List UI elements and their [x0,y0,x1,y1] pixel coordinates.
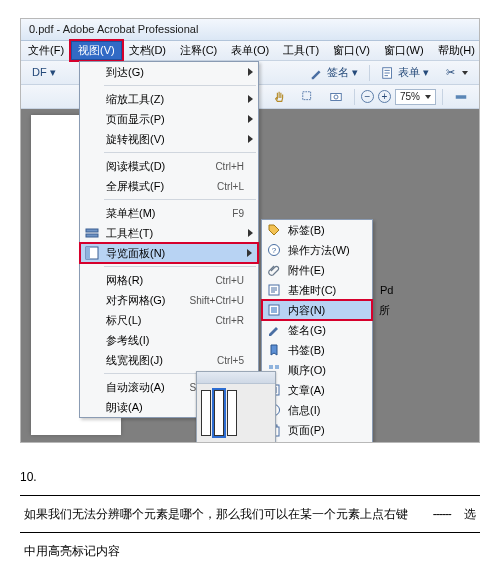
select-icon [301,90,315,104]
pen-icon [266,322,282,338]
window-title: 0.pdf - Adobe Acrobat Professional [29,23,198,35]
submenu-tail-suo: 所 [379,303,390,318]
camera-icon [329,90,343,104]
form-dropdown[interactable]: 表单 ▾ [376,64,434,82]
zoom-value: 75% [400,91,420,102]
menu-fullscreen[interactable]: 全屏模式(F)Ctrl+L [80,176,258,196]
more-icon [454,90,468,104]
form-icon [381,66,395,80]
menu-window1[interactable]: 窗口(V) [326,41,377,60]
svg-rect-14 [269,365,273,369]
svg-rect-5 [86,229,98,232]
menu-document[interactable]: 文档(D) [122,41,173,60]
document-page: 0.pdf - Adobe Acrobat Professional 文件(F)… [20,18,480,563]
scissor-icon: ✂ [443,66,457,80]
screenshot-frame: 0.pdf - Adobe Acrobat Professional 文件(F)… [20,18,480,443]
menu-goto[interactable]: 到达(G) [80,62,258,82]
tool-more[interactable] [449,88,473,106]
submenu-articles[interactable]: 文章(A) [262,380,372,400]
howto-icon: ? [266,242,282,258]
menu-rotate-view[interactable]: 旋转视图(V) [80,129,258,149]
menu-line-weights[interactable]: 线宽视图(J)Ctrl+5 [80,350,258,370]
menu-window2[interactable]: 窗口(W) [377,41,431,60]
menu-tools[interactable]: 工具(T) [276,41,326,60]
zoom-in-button[interactable]: + [378,90,391,103]
hand-icon [273,90,287,104]
submenu-attachments[interactable]: 附件(E) [262,260,372,280]
thumbnails-floating-panel [196,371,276,443]
submenu-signatures[interactable]: 签名(G) [262,320,372,340]
menu-page-display[interactable]: 页面显示(P) [80,109,258,129]
menu-bar: 文件(F) 视图(V) 文档(D) 注释(C) 表单(O) 工具(T) 窗口(V… [21,41,479,61]
svg-rect-13 [271,307,277,313]
step-line1-main: 如果我们无法分辨哪个元素是哪个，那么我们可以在某一个元素上点右键 [24,502,408,526]
menu-zoom-tools[interactable]: 缩放工具(Z) [80,89,258,109]
paperclip-icon [266,262,282,278]
step-number: 10. [20,465,480,489]
menu-menubar[interactable]: 菜单栏(M)F9 [80,203,258,223]
svg-rect-6 [86,234,98,237]
step-line1-tail: 选 [464,507,476,521]
window-titlebar: 0.pdf - Adobe Acrobat Professional [21,19,479,41]
menu-reading-mode[interactable]: 阅读模式(D)Ctrl+H [80,156,258,176]
step-line2: 中用高亮标记内容 [24,544,120,558]
content-icon [266,302,282,318]
select-tool[interactable] [296,88,320,106]
svg-rect-15 [275,365,279,369]
menu-comments[interactable]: 注释(C) [173,41,224,60]
comment-icon [266,442,282,443]
submenu-tail-pd: Pd [380,284,393,296]
hand-tool[interactable] [268,88,292,106]
zoom-out-button[interactable]: − [361,90,374,103]
menu-snap-to-grid[interactable]: 对齐网格(G)Shift+Ctrl+U [80,290,258,310]
menu-view[interactable]: 视图(V) [71,41,122,60]
menu-help[interactable]: 帮助(H) [431,41,480,60]
menu-file[interactable]: 文件(F) [21,41,71,60]
step-block: 10. 如果我们无法分辨哪个元素是哪个，那么我们可以在某一个元素上点右键 ---… [20,465,480,563]
svg-rect-4 [456,95,467,99]
menu-guides[interactable]: 参考线(I) [80,330,258,350]
svg-rect-8 [86,247,90,259]
submenu-pages[interactable]: 页面(P) [262,420,372,440]
submenu-bookmarks[interactable]: 书签(B) [262,340,372,360]
menu-rulers[interactable]: 标尺(L)Ctrl+R [80,310,258,330]
svg-text:?: ? [272,246,277,255]
bookmark-icon [266,342,282,358]
zoom-combo[interactable]: 75% [395,89,436,105]
thumbnail-page-selected[interactable] [214,390,224,436]
submenu-comments[interactable]: 注释(C) [262,440,372,443]
thumbnails-panel-header[interactable] [197,372,275,384]
tag-icon [266,222,282,238]
base-icon [266,282,282,298]
panel-icon [84,245,100,261]
view-dropdown-menu: 到达(G) 缩放工具(Z) 页面显示(P) 旋转视图(V) 阅读模式(D)Ctr… [79,61,259,418]
tool-extra[interactable]: ✂ [438,64,473,82]
menu-forms[interactable]: 表单(O) [224,41,276,60]
menu-toolbars[interactable]: 工具栏(T) [80,223,258,243]
menu-grid[interactable]: 网格(R)Ctrl+U [80,270,258,290]
submenu-tags[interactable]: 标签(B) [262,220,372,240]
submenu-order[interactable]: 顺序(O) [262,360,372,380]
submenu-destinations[interactable]: 基准时(C) Pd [262,280,372,300]
pdf-dropdown[interactable]: DF ▾ [27,64,61,82]
submenu-howto[interactable]: ? 操作方法(W) [262,240,372,260]
thumbnail-page[interactable] [201,390,211,436]
sign-dropdown[interactable]: 签名 ▾ [305,64,363,82]
submenu-content[interactable]: 内容(N) 所 [262,300,372,320]
pen-icon [310,66,324,80]
menu-navigation-panels[interactable]: 导览面板(N) [80,243,258,263]
toolbar-icon [84,225,100,241]
svg-rect-1 [303,91,311,99]
submenu-info[interactable]: i 信息(I) [262,400,372,420]
thumbnail-page[interactable] [227,390,237,436]
step-line1-dash: ------ [433,507,451,521]
nav-panels-submenu: 标签(B) ? 操作方法(W) 附件(E) 基准时(C) Pd 内容(N) 所 [261,219,373,443]
snapshot-tool[interactable] [324,88,348,106]
